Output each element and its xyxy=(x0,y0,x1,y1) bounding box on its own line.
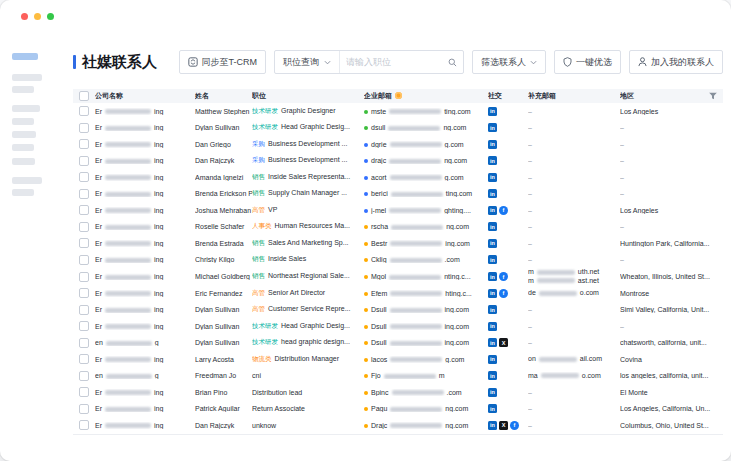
company-name: ing xyxy=(154,174,163,181)
row-checkbox[interactable] xyxy=(79,371,89,381)
department-tag: 技术研发 xyxy=(252,107,278,114)
row-checkbox[interactable] xyxy=(79,156,89,166)
region-cell: chatsworth, california, unit... xyxy=(620,339,723,346)
zoom-button[interactable] xyxy=(47,13,54,20)
linkedin-icon[interactable]: in xyxy=(488,421,497,430)
linkedin-icon[interactable]: in xyxy=(488,206,497,215)
minimize-button[interactable] xyxy=(34,13,41,20)
x-twitter-icon[interactable]: X xyxy=(499,338,508,347)
linkedin-icon[interactable]: in xyxy=(488,140,497,149)
linkedin-icon[interactable]: in xyxy=(488,189,497,198)
company-name: ing xyxy=(154,190,163,197)
table-row: EringAmanda Ignelzi销售Inside Sales Repres… xyxy=(73,169,723,186)
region-cell: – xyxy=(620,323,723,330)
sidebar-item[interactable] xyxy=(12,105,40,112)
row-checkbox[interactable] xyxy=(79,272,89,282)
region-text: los angeles, california, unit... xyxy=(620,372,708,379)
add-contacts-button-label: 加入我的联系人 xyxy=(651,56,714,69)
search-icon[interactable] xyxy=(448,58,457,67)
linkedin-icon[interactable]: in xyxy=(488,305,497,314)
linkedin-icon[interactable]: in xyxy=(488,173,497,182)
linkedin-icon[interactable]: in xyxy=(488,107,497,116)
linkedin-icon[interactable]: in xyxy=(488,355,497,364)
filter-icon[interactable] xyxy=(709,93,717,100)
company-name: Er xyxy=(95,356,102,363)
redacted-text xyxy=(391,225,443,230)
sidebar-item[interactable] xyxy=(12,74,42,81)
row-checkbox[interactable] xyxy=(79,338,89,348)
row-checkbox[interactable] xyxy=(79,305,89,315)
redacted-text xyxy=(105,126,151,131)
row-checkbox[interactable] xyxy=(79,172,89,182)
x-twitter-icon[interactable]: X xyxy=(499,421,508,430)
job-title-cell: 技术研发Head Graphic Desig... xyxy=(252,322,364,331)
row-checkbox[interactable] xyxy=(79,255,89,265)
row-checkbox[interactable] xyxy=(79,420,89,430)
one-click-optimize-button[interactable]: 一键优选 xyxy=(554,50,621,74)
add-to-my-contacts-button[interactable]: 加入我的联系人 xyxy=(629,50,723,74)
sidebar-item[interactable] xyxy=(12,53,38,60)
close-button[interactable] xyxy=(21,13,28,20)
row-checkbox[interactable] xyxy=(79,238,89,248)
company-cell: Ering xyxy=(95,190,195,197)
redacted-text xyxy=(105,225,151,230)
redacted-text xyxy=(105,241,151,246)
linkedin-icon[interactable]: in xyxy=(488,338,497,347)
facebook-icon[interactable]: f xyxy=(499,289,508,298)
position-search-input[interactable] xyxy=(340,57,448,67)
filter-contacts-dropdown[interactable]: 筛选联系人 xyxy=(472,50,546,74)
contact-name: Brenda Erickson Pe xyxy=(195,190,252,197)
row-checkbox[interactable] xyxy=(79,139,89,149)
company-name: Er xyxy=(95,422,102,429)
sidebar-item[interactable] xyxy=(12,144,34,151)
row-checkbox[interactable] xyxy=(79,354,89,364)
sidebar-item[interactable] xyxy=(12,86,34,93)
redacted-text xyxy=(105,324,151,329)
redacted-text xyxy=(541,373,579,378)
sidebar-item[interactable] xyxy=(12,158,35,165)
job-title-cell: Distribution lead xyxy=(252,389,364,396)
facebook-icon[interactable]: f xyxy=(499,206,508,215)
row-checkbox[interactable] xyxy=(79,222,89,232)
job-title-cell: 高管Customer Service Repre... xyxy=(252,305,364,314)
linkedin-icon[interactable]: in xyxy=(488,156,497,165)
row-checkbox[interactable] xyxy=(79,321,89,331)
linkedin-icon[interactable]: in xyxy=(488,388,497,397)
sidebar-item[interactable] xyxy=(12,189,34,196)
extra-email-cell: – xyxy=(528,422,620,429)
linkedin-icon[interactable]: in xyxy=(488,322,497,331)
redacted-text xyxy=(537,270,575,275)
sync-to-tcrm-button[interactable]: 同步至T-CRM xyxy=(179,50,267,74)
region-cell: – xyxy=(620,124,723,131)
linkedin-icon[interactable]: in xyxy=(488,289,497,298)
extra-email: muth.net xyxy=(528,268,616,277)
social-cell: in xyxy=(488,107,528,116)
company-cell: Ering xyxy=(95,273,195,280)
row-checkbox[interactable] xyxy=(79,387,89,397)
sidebar-item[interactable] xyxy=(12,177,42,184)
select-all-checkbox[interactable] xyxy=(79,91,89,101)
extra-email: deo.com xyxy=(528,289,616,298)
row-checkbox[interactable] xyxy=(79,123,89,133)
position-query-dropdown[interactable]: 职位查询 xyxy=(275,51,340,73)
linkedin-icon[interactable]: in xyxy=(488,222,497,231)
facebook-icon[interactable]: f xyxy=(510,421,519,430)
row-checkbox[interactable] xyxy=(79,189,89,199)
sidebar-item[interactable] xyxy=(12,118,34,125)
linkedin-icon[interactable]: in xyxy=(488,123,497,132)
linkedin-icon[interactable]: in xyxy=(488,371,497,380)
linkedin-icon[interactable]: in xyxy=(488,239,497,248)
email-text: ng.com xyxy=(444,157,467,164)
row-checkbox[interactable] xyxy=(79,288,89,298)
company-cell: Ering xyxy=(95,405,195,412)
sidebar-item[interactable] xyxy=(12,131,36,138)
facebook-icon[interactable]: f xyxy=(499,272,508,281)
linkedin-icon[interactable]: in xyxy=(488,404,497,413)
company-name: Er xyxy=(95,124,102,131)
row-checkbox[interactable] xyxy=(79,106,89,116)
row-checkbox[interactable] xyxy=(79,404,89,414)
linkedin-icon[interactable]: in xyxy=(488,272,497,281)
company-name: Er xyxy=(95,306,102,313)
linkedin-icon[interactable]: in xyxy=(488,255,497,264)
row-checkbox[interactable] xyxy=(79,205,89,215)
